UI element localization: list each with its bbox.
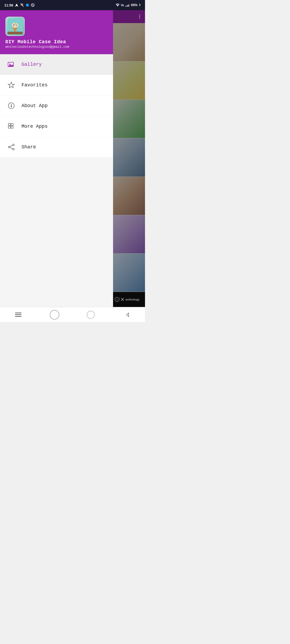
svg-point-40: [13, 144, 14, 146]
gallery-icon: [6, 60, 16, 69]
svg-rect-2: [26, 4, 29, 6]
menu-item-about[interactable]: About App: [0, 96, 113, 116]
grid-icon: [6, 122, 16, 131]
svg-point-26: [13, 26, 14, 27]
star-icon: [6, 80, 16, 90]
wifi-icon: [115, 3, 120, 7]
svg-rect-35: [11, 105, 12, 107]
share-menu-icon: [8, 143, 15, 151]
svg-point-34: [11, 104, 12, 105]
app-icon: [5, 17, 25, 36]
drawer-overlay[interactable]: [113, 10, 145, 307]
status-bar: 11:56 Vo: [0, 0, 145, 10]
svg-rect-39: [11, 126, 13, 128]
bottom-nav-bar: [0, 307, 145, 322]
status-left: 11:56: [4, 3, 35, 7]
about-label: About App: [21, 103, 48, 108]
navigation-drawer: DIY Mobile Case Idea whitecloudstechnolo…: [0, 10, 113, 307]
svg-rect-36: [8, 123, 10, 126]
svg-rect-6: [125, 6, 126, 7]
app-logo-icon: [8, 18, 23, 34]
svg-rect-46: [15, 314, 21, 315]
gallery-menu-icon: [8, 61, 15, 68]
share-label: Share: [21, 144, 36, 150]
menu-nav-button[interactable]: [10, 309, 26, 320]
volte-label: Vo: [121, 4, 124, 7]
svg-point-22: [12, 23, 18, 28]
svg-rect-47: [15, 316, 21, 317]
status-right: Vo 65%: [115, 3, 141, 7]
drawer-header: DIY Mobile Case Idea whitecloudstechnolo…: [0, 10, 113, 54]
favorites-label: Favorites: [21, 82, 48, 88]
about-menu-icon: [8, 102, 15, 109]
navigation-icon: [15, 3, 19, 7]
charging-icon: [139, 3, 141, 7]
app-email: whitecloudstechnologies@gmail.com: [5, 45, 108, 49]
svg-point-24: [15, 23, 16, 24]
svg-line-44: [10, 148, 13, 149]
more-apps-menu-icon: [8, 123, 15, 130]
battery-percent: 65%: [131, 3, 137, 7]
menu-item-share[interactable]: Share: [0, 137, 113, 157]
app-name: DIY Mobile Case Idea: [5, 39, 108, 45]
time: 11:56: [4, 3, 13, 7]
svg-point-23: [13, 24, 15, 25]
svg-line-1: [20, 3, 24, 7]
svg-marker-32: [8, 82, 15, 88]
svg-rect-38: [8, 126, 10, 128]
svg-rect-45: [15, 313, 21, 313]
svg-line-4: [32, 4, 34, 6]
svg-rect-9: [129, 4, 129, 7]
menu-item-more-apps[interactable]: More Apps: [0, 116, 113, 137]
svg-point-41: [8, 146, 10, 148]
signal-icon: [125, 3, 130, 7]
svg-line-43: [10, 145, 13, 147]
svg-rect-8: [128, 5, 128, 7]
home-button[interactable]: [46, 309, 63, 320]
recent-apps-button[interactable]: [83, 309, 99, 320]
mic-icon: [20, 3, 24, 7]
svg-marker-48: [126, 313, 129, 317]
back-button[interactable]: [119, 309, 135, 320]
favorites-menu-icon: [8, 81, 15, 89]
svg-point-5: [117, 6, 118, 6]
svg-point-25: [16, 25, 17, 26]
menu-item-gallery[interactable]: Gallery: [0, 54, 113, 75]
svg-rect-27: [8, 32, 23, 34]
drawer-menu: Gallery Favorites: [0, 54, 113, 307]
back-icon: [124, 312, 130, 317]
more-apps-label: More Apps: [21, 124, 48, 129]
info-icon: [6, 101, 16, 111]
recent-circle: [87, 311, 95, 319]
app-icon-status: [26, 3, 29, 7]
gallery-label: Gallery: [21, 62, 42, 67]
blocked-icon: [31, 3, 35, 7]
svg-rect-7: [126, 5, 127, 7]
svg-rect-37: [11, 123, 13, 126]
svg-point-42: [13, 148, 14, 150]
home-circle: [50, 310, 59, 320]
main-screen: i anthology: [0, 10, 145, 307]
menu-item-favorites[interactable]: Favorites: [0, 75, 113, 95]
hamburger-icon: [15, 312, 22, 318]
share-icon: [6, 142, 16, 152]
